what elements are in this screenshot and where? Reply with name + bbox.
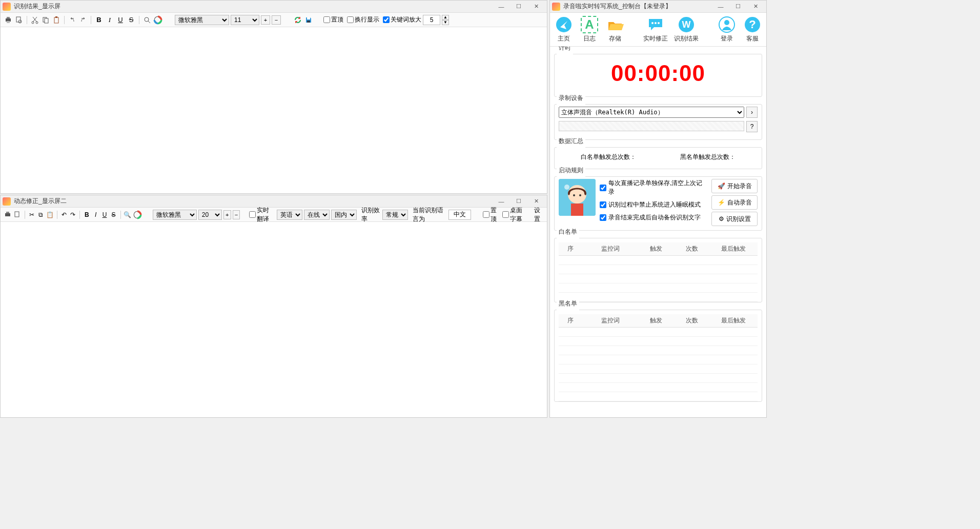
w-badge-icon: W	[678, 16, 695, 33]
table-row	[559, 283, 758, 293]
redo-icon[interactable]: ↷	[69, 210, 76, 219]
mode-select[interactable]: 在线	[304, 210, 330, 220]
col-count: 次数	[674, 314, 710, 328]
undo-icon[interactable]: ↶	[60, 210, 67, 219]
auto-recording-button[interactable]: ⚡自动录音	[711, 195, 758, 210]
device-legend: 录制设备	[557, 94, 585, 103]
preview-icon[interactable]	[13, 210, 22, 219]
print-icon[interactable]	[4, 15, 13, 25]
find-icon[interactable]: 🔍	[124, 210, 131, 219]
color-picker-icon[interactable]	[133, 210, 142, 219]
tool-recognition-result[interactable]: W 识别结果	[674, 16, 699, 43]
rule-checkbox-separate-save[interactable]: 每次直播记录单独保存,清空上次记录	[600, 179, 707, 196]
font-size-increase[interactable]: +	[223, 210, 231, 219]
paste-icon[interactable]	[52, 15, 61, 25]
checkbox-desktop-subtitle[interactable]: 桌面字幕	[502, 206, 528, 223]
cut-icon[interactable]	[30, 15, 39, 25]
close-button[interactable]: ✕	[747, 1, 764, 12]
tool-live-correct[interactable]: 实时修正	[643, 16, 668, 43]
table-row	[559, 346, 758, 355]
whitelist-table[interactable]: 序 监控词 触发 次数 最后触发	[559, 242, 758, 302]
group-startup-rules: 启动规则 每次直播记录单独保存,清空上次记录 识别过程中禁止系统进入睡眠模式 录…	[554, 172, 762, 231]
cut-icon[interactable]: ✂	[28, 210, 35, 219]
copy-icon[interactable]	[41, 15, 50, 25]
minimize-button[interactable]: —	[493, 1, 510, 12]
correction-editor-body[interactable]	[1, 222, 547, 417]
svg-rect-15	[5, 213, 10, 216]
font-size-decrease[interactable]: −	[272, 15, 281, 25]
maximize-button[interactable]: ☐	[510, 1, 527, 12]
table-row	[559, 392, 758, 401]
font-size-select[interactable]: 11	[231, 15, 259, 25]
find-icon[interactable]	[142, 15, 152, 25]
col-keyword: 监控词	[583, 242, 639, 256]
recognition-settings-button[interactable]: ⚙识别设置	[711, 212, 758, 226]
separator	[57, 211, 57, 219]
blacklist-table[interactable]: 序 监控词 触发 次数 最后触发	[559, 314, 758, 401]
minimize-button[interactable]: —	[493, 196, 510, 207]
bold-icon[interactable]: B	[94, 15, 104, 25]
current-language-display	[448, 210, 471, 220]
spin-up[interactable]: ▲	[442, 15, 449, 20]
font-family-select[interactable]: 微软雅黑	[175, 15, 229, 25]
spin-down[interactable]: ▼	[442, 20, 449, 25]
tool-login[interactable]: 登录	[717, 16, 737, 43]
strikethrough-icon[interactable]: S	[127, 15, 136, 25]
undo-icon[interactable]	[68, 15, 77, 25]
refresh-icon[interactable]	[293, 15, 302, 25]
window-controls: — ☐ ✕	[712, 1, 764, 12]
italic-icon[interactable]: I	[105, 15, 114, 25]
font-size-decrease[interactable]: −	[233, 210, 240, 219]
tool-home[interactable]: 主页	[554, 16, 574, 43]
efficiency-select[interactable]: 常规	[382, 210, 408, 220]
maximize-button[interactable]: ☐	[510, 196, 527, 207]
copy-icon[interactable]: ⧉	[37, 210, 44, 219]
underline-icon[interactable]: U	[101, 210, 108, 219]
minimize-button[interactable]: —	[712, 1, 729, 12]
rule-checkbox-no-sleep[interactable]: 识别过程中禁止系统进入睡眠模式	[600, 200, 707, 209]
font-size-select[interactable]: 20	[198, 210, 222, 220]
checkbox-realtime-translate[interactable]: 实时翻译	[249, 206, 275, 223]
preview-icon[interactable]	[14, 15, 24, 25]
underline-icon[interactable]: U	[116, 15, 125, 25]
svg-point-20	[651, 22, 654, 24]
font-family-select[interactable]: 微软雅黑	[153, 210, 197, 220]
color-picker-icon[interactable]	[153, 15, 162, 25]
italic-icon[interactable]: I	[92, 210, 99, 219]
device-help-button[interactable]: ?	[746, 121, 758, 132]
keyword-zoom-value[interactable]	[423, 15, 440, 25]
close-button[interactable]: ✕	[527, 196, 545, 207]
result-editor-body[interactable]	[1, 27, 547, 193]
settings-link[interactable]: 设置	[534, 206, 544, 223]
checkbox-keyword-zoom[interactable]: 关键词放大	[383, 15, 421, 24]
tool-storage[interactable]: 存储	[605, 16, 625, 43]
redo-icon[interactable]	[78, 15, 88, 25]
svg-point-26	[724, 20, 729, 25]
font-size-increase[interactable]: +	[261, 15, 270, 25]
start-recording-button[interactable]: 🚀开始录音	[711, 179, 758, 193]
region-select[interactable]: 国内	[331, 210, 357, 220]
translate-language-select[interactable]: 英语	[277, 210, 302, 220]
tool-support[interactable]: ? 客服	[743, 16, 762, 43]
save-icon[interactable]	[304, 15, 313, 25]
checkbox-topmost[interactable]: 置顶	[323, 15, 343, 24]
print-icon[interactable]	[4, 210, 12, 219]
window-correction-display: 动态修正_显示屏二 — ☐ ✕ ✂ ⧉ 📋 ↶ ↷ B I U S 🔍 微软雅黑…	[0, 195, 547, 418]
tool-log[interactable]: A 日志	[580, 16, 599, 43]
device-select[interactable]: 立体声混音（Realtek(R) Audio）	[559, 107, 744, 118]
paste-icon[interactable]: 📋	[46, 210, 54, 219]
control-content: 计时 00:00:00 录制设备 立体声混音（Realtek(R) Audio）…	[550, 47, 766, 417]
letter-a-icon: A	[581, 16, 598, 33]
close-button[interactable]: ✕	[527, 1, 545, 12]
rule-checkbox-auto-backup[interactable]: 录音结束完成后自动备份识别文字	[600, 213, 707, 222]
gear-icon: ⚙	[719, 215, 724, 222]
checkbox-topmost[interactable]: 置顶	[483, 206, 499, 223]
svg-rect-1	[7, 17, 10, 18]
checkbox-wrap-display[interactable]: 换行显示	[347, 15, 379, 24]
device-next-button[interactable]: ›	[746, 107, 758, 118]
svg-point-11	[145, 17, 149, 22]
group-record-device: 录制设备 立体声混音（Realtek(R) Audio） › ?	[554, 100, 762, 140]
strikethrough-icon[interactable]: S	[110, 210, 117, 219]
maximize-button[interactable]: ☐	[729, 1, 747, 12]
bold-icon[interactable]: B	[83, 210, 90, 219]
